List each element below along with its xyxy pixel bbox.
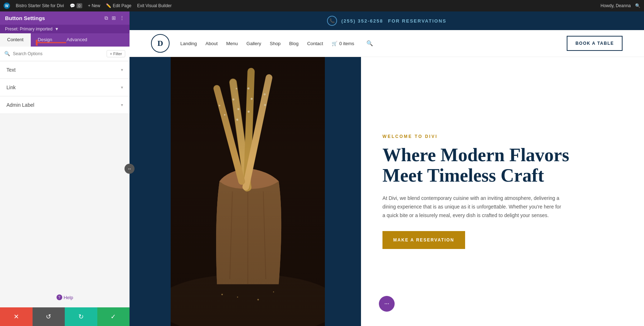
phone-number: (255) 352-6258 FOR RESERVATIONS xyxy=(341,18,447,24)
comment-count: 0 xyxy=(77,3,82,8)
panel-help: ? Help xyxy=(0,287,130,307)
accordion-admin-label-header[interactable]: Admin Label ▾ xyxy=(0,96,130,114)
main-layout: Button Settings ⧉ ⊞ ⋮ Preset: Primary im… xyxy=(0,11,644,326)
accordion-admin-label: Admin Label ▾ xyxy=(0,96,130,114)
accordion-link-header[interactable]: Link ▾ xyxy=(0,79,130,96)
exit-builder-label: Exit Visual Builder xyxy=(137,3,172,8)
welcome-label: WELCOME TO DIVI xyxy=(382,134,583,139)
new-label: + New xyxy=(88,3,100,8)
book-table-button[interactable]: BOOK A TABLE xyxy=(567,36,623,51)
website-preview: 📞 (255) 352-6258 FOR RESERVATIONS D Land… xyxy=(130,11,644,326)
panel-more-icon[interactable]: ⋮ xyxy=(119,15,125,21)
filter-button[interactable]: + Filter xyxy=(107,50,125,57)
undo-icon: ↺ xyxy=(46,313,51,321)
panel-header: Button Settings ⧉ ⊞ ⋮ xyxy=(0,11,130,25)
new-item[interactable]: + New xyxy=(88,3,100,8)
undo-button[interactable]: ↺ xyxy=(33,307,65,326)
nav-landing[interactable]: Landing xyxy=(180,41,197,46)
tab-design[interactable]: Design xyxy=(31,33,59,47)
accordion-link-chevron: ▾ xyxy=(121,85,123,90)
accordion-link-label: Link xyxy=(6,85,16,90)
comment-icon: 💬 xyxy=(70,3,75,8)
hero-section: WELCOME TO DIVI Where Modern Flavors Mee… xyxy=(130,57,644,326)
make-reservation-button[interactable]: MAKE A RESERVATION xyxy=(382,231,465,249)
accordion-admin-label-chevron: ▾ xyxy=(121,102,123,107)
admin-search-item[interactable]: 🔍 xyxy=(635,3,640,8)
hero-food-image xyxy=(171,57,325,326)
redo-icon: ↻ xyxy=(78,313,84,321)
cart-icon: 🛒 xyxy=(332,41,337,46)
nav-about[interactable]: About xyxy=(205,41,218,46)
accordion-text-label: Text xyxy=(6,67,16,73)
panel-preset: Preset: Primary imported ▼ xyxy=(0,25,130,33)
help-label: Help xyxy=(64,295,73,300)
nav-cart[interactable]: 🛒 0 items xyxy=(332,41,354,46)
exit-builder-item[interactable]: Exit Visual Builder xyxy=(137,3,172,8)
howdy-label: Howdy, Deanna xyxy=(601,3,631,8)
site-title-item[interactable]: Bistro Starter Site for Divi xyxy=(16,3,64,8)
panel-header-icons: ⧉ ⊞ ⋮ xyxy=(104,15,125,21)
panel-search-icon: 🔍 xyxy=(4,51,10,57)
edit-page-item[interactable]: ✏️ Edit Page xyxy=(106,3,131,8)
panel-title: Button Settings xyxy=(5,15,45,21)
accordion-admin-label-text: Admin Label xyxy=(6,102,34,108)
hero-text: WELCOME TO DIVI Where Modern Flavors Mee… xyxy=(382,134,583,249)
cancel-icon: ✕ xyxy=(14,313,19,321)
site-nav: D Landing About Menu Gallery Shop Blog C… xyxy=(130,30,644,57)
preset-label: Preset: Primary imported xyxy=(5,27,53,32)
admin-bar-right: Howdy, Deanna 🔍 xyxy=(601,3,641,8)
accordion-text-chevron: ▾ xyxy=(121,67,123,72)
panel-bottom-toolbar: ✕ ↺ ↻ ✓ xyxy=(0,307,130,326)
accordion-text: Text ▾ xyxy=(0,61,130,79)
tab-advanced[interactable]: Advanced xyxy=(59,33,94,47)
three-dots-icon: ··· xyxy=(384,300,389,308)
help-icon: ? xyxy=(57,294,62,300)
divi-panel: Button Settings ⧉ ⊞ ⋮ Preset: Primary im… xyxy=(0,11,130,326)
edit-icon: ✏️ xyxy=(106,3,111,8)
panel-tabs: Content Design Advanced xyxy=(0,33,130,47)
redo-button[interactable]: ↻ xyxy=(65,307,97,326)
wp-icon: W xyxy=(4,3,10,9)
three-dots-button[interactable]: ··· xyxy=(379,296,395,312)
tab-content[interactable]: Content xyxy=(0,33,31,47)
save-icon: ✓ xyxy=(111,313,116,321)
preset-arrow-down[interactable]: ▼ xyxy=(55,27,59,32)
comments-item[interactable]: 💬 0 xyxy=(70,3,82,8)
nav-links: Landing About Menu Gallery Shop Blog Con… xyxy=(180,40,567,47)
nav-blog[interactable]: Blog xyxy=(289,41,298,46)
site-title: Bistro Starter Site for Divi xyxy=(16,3,64,8)
nav-menu[interactable]: Menu xyxy=(226,41,238,46)
nav-search-icon[interactable]: 🔍 xyxy=(366,40,373,47)
hero-description: At Divi, we blend contemporary cuisine w… xyxy=(382,194,561,220)
wp-admin-bar: W Bistro Starter Site for Divi 💬 0 + New… xyxy=(0,0,644,11)
nav-contact[interactable]: Contact xyxy=(307,41,323,46)
accordion-text-header[interactable]: Text ▾ xyxy=(0,61,130,78)
phone-bar: 📞 (255) 352-6258 FOR RESERVATIONS xyxy=(130,11,644,30)
nav-gallery[interactable]: Gallery xyxy=(247,41,261,46)
admin-search-icon: 🔍 xyxy=(635,3,640,8)
cancel-button[interactable]: ✕ xyxy=(0,307,33,326)
hero-content-panel: WELCOME TO DIVI Where Modern Flavors Mee… xyxy=(361,57,644,326)
phone-icon: 📞 xyxy=(327,16,337,26)
help-link[interactable]: ? Help xyxy=(7,294,122,300)
cart-count: 0 items xyxy=(339,41,354,46)
panel-grid-icon[interactable]: ⊞ xyxy=(112,15,116,21)
accordion-link: Link ▾ xyxy=(0,79,130,96)
hero-heading: Where Modern Flavors Meet Timeless Craft xyxy=(382,145,583,186)
panel-search-input[interactable] xyxy=(13,51,104,56)
howdy-item[interactable]: Howdy, Deanna xyxy=(601,3,631,8)
panel-copy-icon[interactable]: ⧉ xyxy=(104,15,108,21)
nav-shop[interactable]: Shop xyxy=(270,41,280,46)
edit-page-label: Edit Page xyxy=(113,3,131,8)
wp-logo-item[interactable]: W xyxy=(4,3,10,9)
resize-handle[interactable]: ↔ xyxy=(125,164,135,174)
panel-search: 🔍 + Filter xyxy=(0,47,130,61)
save-button[interactable]: ✓ xyxy=(97,307,130,326)
svg-rect-27 xyxy=(171,57,325,326)
site-logo[interactable]: D xyxy=(151,34,170,53)
